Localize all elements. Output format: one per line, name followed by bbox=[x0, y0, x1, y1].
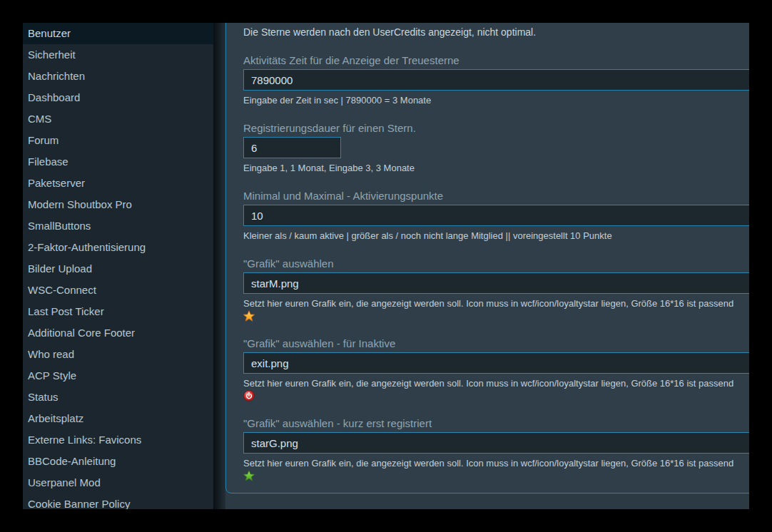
field-label-activity-time: Aktivitäts Zeit für die Anzeige der Treu… bbox=[243, 53, 749, 67]
sidebar-item-additional-core-footer[interactable]: Additional Core Footer bbox=[23, 322, 213, 344]
settings-panel: Die Sterne werden nach den UserCredits a… bbox=[225, 23, 749, 493]
green-star-icon bbox=[243, 470, 255, 481]
graphic-active-input[interactable] bbox=[243, 272, 749, 294]
sidebar-item-bilder-upload[interactable]: Bilder Upload bbox=[23, 258, 213, 280]
sidebar-item-nachrichten[interactable]: Nachrichten bbox=[23, 66, 213, 87]
intro-note: Die Sterne werden nach den UserCredits a… bbox=[243, 26, 749, 39]
activation-points-input[interactable] bbox=[243, 205, 749, 226]
sidebar-item-forum[interactable]: Forum bbox=[23, 130, 213, 151]
sidebar-item-dashboard[interactable]: Dashboard bbox=[23, 87, 213, 108]
field-help-graphic-new-user: Setzt hier euren Grafik ein, die angezei… bbox=[243, 457, 749, 469]
field-label-graphic-active: "Grafik" auswählen bbox=[243, 257, 749, 270]
graphic-new-user-input[interactable] bbox=[243, 432, 749, 454]
registration-duration-input[interactable] bbox=[243, 137, 341, 158]
sidebar-item-smallbuttons[interactable]: SmallButtons bbox=[23, 215, 213, 237]
sidebar-item-sicherheit[interactable]: Sicherheit bbox=[23, 44, 213, 66]
sidebar-item-externe-links-favicons[interactable]: Externe Links: Favicons bbox=[23, 429, 213, 451]
field-help-graphic-active: Setzt hier euren Grafik ein, die angezei… bbox=[243, 297, 749, 310]
field-help-activation-points: Kleiner als / kaum aktive | größer als /… bbox=[243, 230, 749, 242]
field-label-registration-duration: Registrierungsdauer für einen Stern. bbox=[243, 121, 749, 135]
acp-page: Benutzer Sicherheit Nachrichten Dashboar… bbox=[23, 23, 749, 509]
field-label-graphic-new-user: "Grafik" auswählen - kurz erst registrie… bbox=[243, 416, 749, 430]
red-power-icon bbox=[243, 390, 255, 401]
sidebar-item-who-read[interactable]: Who read bbox=[23, 344, 213, 365]
sidebar-item-wsc-connect[interactable]: WSC-Connect bbox=[23, 280, 213, 301]
activity-time-input[interactable] bbox=[243, 69, 749, 91]
sidebar-item-acp-style[interactable]: ACP Style bbox=[23, 365, 213, 387]
field-help-graphic-inactive: Setzt hier euren Grafik ein, die angezei… bbox=[243, 377, 749, 389]
sidebar-item-status[interactable]: Status bbox=[23, 387, 213, 408]
sidebar-divider bbox=[213, 23, 225, 509]
sidebar-item-userpanel-mod[interactable]: Userpanel Mod bbox=[23, 472, 213, 493]
sidebar-item-last-post-ticker[interactable]: Last Post Ticker bbox=[23, 301, 213, 322]
sidebar-item-filebase[interactable]: Filebase bbox=[23, 151, 213, 173]
field-label-activation-points: Minimal und Maximal - Aktivierungspunkte bbox=[243, 189, 749, 203]
sidebar-item-cookie-banner-policy[interactable]: Cookie Banner Policy bbox=[23, 493, 213, 509]
sidebar-item-2-faktor-authentisierung[interactable]: 2-Faktor-Authentisierung bbox=[23, 237, 213, 258]
sidebar-item-benutzer[interactable]: Benutzer bbox=[23, 23, 213, 44]
sidebar-item-paketserver[interactable]: Paketserver bbox=[23, 173, 213, 194]
sidebar-menu: Benutzer Sicherheit Nachrichten Dashboar… bbox=[23, 23, 213, 509]
sidebar-item-bbcode-anleitung[interactable]: BBCode-Anleitung bbox=[23, 451, 213, 472]
graphic-inactive-input[interactable] bbox=[243, 352, 749, 374]
field-help-activity-time: Eingabe der Zeit in sec | 7890000 = 3 Mo… bbox=[243, 94, 749, 106]
field-label-graphic-inactive: "Grafik" auswählen - für Inaktive bbox=[243, 337, 749, 350]
sidebar-item-modern-shoutbox-pro[interactable]: Modern Shoutbox Pro bbox=[23, 194, 213, 215]
gold-star-icon bbox=[243, 310, 255, 322]
sidebar-item-cms[interactable]: CMS bbox=[23, 108, 213, 130]
field-help-registration-duration: Eingabe 1, 1 Monat, Eingabe 3, 3 Monate bbox=[243, 162, 749, 174]
sidebar-item-arbeitsplatz[interactable]: Arbeitsplatz bbox=[23, 408, 213, 429]
